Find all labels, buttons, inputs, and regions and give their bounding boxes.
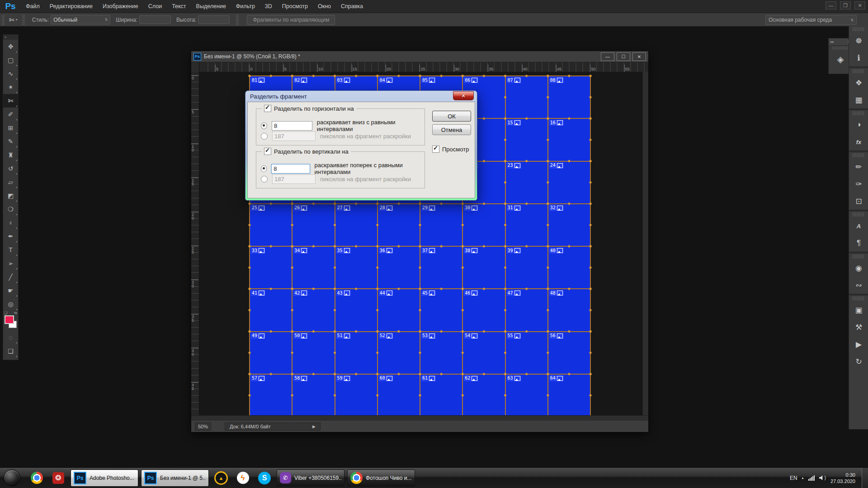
slice-cell[interactable]: 16 — [548, 118, 590, 161]
skype-taskbar-icon[interactable]: S — [258, 471, 271, 485]
slice-cell[interactable]: 08 — [548, 76, 590, 118]
slice-cell[interactable]: 58 — [292, 374, 335, 416]
network-icon[interactable] — [808, 475, 815, 481]
task-button-chrome-page[interactable]: Фотошоп Чиво и... — [347, 469, 415, 487]
history-brush-tool[interactable]: ↺ — [3, 162, 18, 175]
screen-mode-button[interactable]: ❏ — [3, 344, 18, 358]
slice-cell[interactable]: 45 — [420, 289, 462, 331]
slice-tool[interactable]: ✄ — [3, 94, 18, 108]
document-title-bar[interactable]: Ps Без имени-1 @ 50% (Слой 1, RGB/8) * —… — [191, 51, 648, 62]
slice-cell[interactable]: 31 — [505, 204, 548, 246]
slice-cell[interactable]: 38 — [462, 246, 505, 289]
slice-cell[interactable]: 47 — [505, 289, 548, 331]
slice-cell[interactable]: 29 — [420, 204, 462, 246]
paragraph-panel[interactable]: ¶ — [849, 235, 868, 252]
slice-cell[interactable]: 61 — [420, 374, 462, 416]
horizontal-ruler[interactable]: 505101520253035404550556 — [199, 62, 648, 72]
slice-cell[interactable]: 42 — [292, 289, 335, 331]
horizontal-scrollbar[interactable] — [191, 415, 648, 421]
styles-panel[interactable]: fx — [849, 133, 868, 150]
show-desktop-button[interactable] — [862, 468, 868, 488]
zoom-level[interactable]: 50% — [195, 422, 211, 431]
app-restore-button[interactable]: ❐ — [840, 1, 851, 9]
menu-item-Окно[interactable]: Окно — [313, 0, 336, 13]
doc-maximize-button[interactable]: ☐ — [617, 52, 630, 61]
slice-cell[interactable]: 25 — [250, 204, 292, 246]
slice-cell[interactable]: 59 — [335, 374, 377, 416]
quick-selection-tool[interactable]: ✶ — [3, 80, 18, 94]
document-size-info[interactable]: Док: 6,44M/0 байт ▶ — [225, 422, 321, 431]
slice-cell[interactable]: 41 — [250, 289, 292, 331]
slice-cell[interactable]: 64 — [548, 374, 590, 416]
menu-item-Выделение[interactable]: Выделение — [191, 0, 231, 13]
menu-item-Файл[interactable]: Файл — [21, 0, 45, 13]
h-pixels-radio[interactable] — [261, 133, 268, 140]
menu-item-Фильтр[interactable]: Фильтр — [231, 0, 260, 13]
slice-cell[interactable]: 52 — [377, 332, 420, 374]
zoom-tool[interactable]: ◎ — [3, 297, 18, 311]
slice-cell[interactable]: 35 — [335, 246, 377, 289]
language-indicator[interactable]: EN — [790, 475, 797, 481]
slice-cell[interactable]: 55 — [505, 332, 548, 374]
color-themes-panel[interactable]: ◉ — [849, 259, 868, 277]
v-count-radio[interactable] — [261, 165, 267, 172]
photo-viewer-taskbar-icon[interactable]: ❂ — [52, 471, 65, 485]
slice-cell[interactable]: 39 — [505, 246, 548, 289]
slice-cell[interactable]: 15 — [505, 118, 548, 161]
slices-from-guides-button[interactable]: Фрагменты по направляющим — [247, 15, 335, 25]
dialog-title-bar[interactable]: Разделить фрагмент — [245, 91, 477, 102]
ok-button[interactable]: ОК — [432, 111, 471, 122]
dodge-tool[interactable]: ♀ — [3, 216, 18, 230]
v-pixels-radio[interactable] — [261, 176, 268, 183]
lasso-tool[interactable]: ∿ — [3, 67, 18, 80]
divide-horizontal-checkbox[interactable] — [264, 105, 271, 112]
slice-cell[interactable]: 32 — [548, 204, 590, 246]
slice-cell[interactable]: 62 — [462, 374, 505, 416]
path-selection-tool[interactable]: ➢ — [3, 257, 18, 270]
menu-item-Просмотр[interactable]: Просмотр — [277, 0, 313, 13]
menu-item-Изображение[interactable]: Изображение — [98, 0, 143, 13]
slice-cell[interactable]: 57 — [250, 374, 292, 416]
dialog-close-button[interactable]: ✕ — [453, 91, 474, 100]
slice-cell[interactable]: 07 — [505, 76, 548, 118]
move-tool[interactable]: ✥ — [3, 40, 18, 53]
width-input[interactable] — [139, 15, 171, 24]
ruler-corner[interactable] — [191, 62, 199, 72]
doc-minimize-button[interactable]: — — [601, 52, 614, 61]
slice-cell[interactable]: 27 — [335, 204, 377, 246]
slice-cell[interactable]: 24 — [548, 161, 590, 204]
slice-cell[interactable]: 51 — [335, 332, 377, 374]
slice-cell[interactable]: 33 — [250, 246, 292, 289]
navigator-panel[interactable]: ☸ — [849, 32, 868, 49]
v-pixels-input[interactable]: 187 — [272, 174, 316, 184]
slice-cell[interactable]: 26 — [292, 204, 335, 246]
slice-cell[interactable]: 23 — [505, 161, 548, 204]
slice-cell[interactable]: 63 — [505, 374, 548, 416]
slice-cell[interactable]: 43 — [335, 289, 377, 331]
menu-item-Редактирование[interactable]: Редактирование — [45, 0, 98, 13]
pen-tool[interactable]: ✒ — [3, 230, 18, 243]
preview-checkbox[interactable] — [432, 145, 439, 153]
slice-cell[interactable]: 49 — [250, 332, 292, 374]
blur-tool[interactable]: ❍ — [3, 202, 18, 216]
app-close-button[interactable]: ✕ — [854, 1, 865, 9]
start-button[interactable] — [4, 469, 20, 486]
clock[interactable]: 0:30 27.03.2020 — [830, 472, 855, 484]
status-flyout-arrow-icon[interactable]: ▶ — [312, 424, 316, 429]
healing-brush-tool[interactable]: ⊞ — [3, 121, 18, 135]
v-count-input[interactable]: 8 — [271, 164, 310, 174]
task-button-photoshop[interactable]: Ps Adobe Photosho... — [71, 469, 138, 487]
character-panel[interactable]: A — [849, 217, 868, 235]
chrome-taskbar-icon[interactable] — [30, 471, 43, 485]
h-count-input[interactable]: 8 — [272, 121, 312, 131]
slice-cell[interactable]: 37 — [420, 246, 462, 289]
adjustments-panel[interactable]: ◑ — [849, 116, 868, 133]
task-button-viber[interactable]: ✆ Viber +380506159... — [277, 469, 344, 487]
eraser-tool[interactable]: ▱ — [3, 175, 18, 189]
task-button-document[interactable]: Ps Без имени-1 @ 5... — [141, 469, 209, 487]
h-pixels-input[interactable]: 187 — [272, 131, 316, 141]
doc-close-button[interactable]: ✕ — [632, 52, 646, 61]
foreground-color-swatch[interactable] — [5, 315, 14, 324]
slice-cell[interactable]: 53 — [420, 332, 462, 374]
cancel-button[interactable]: Отмена — [432, 124, 471, 135]
